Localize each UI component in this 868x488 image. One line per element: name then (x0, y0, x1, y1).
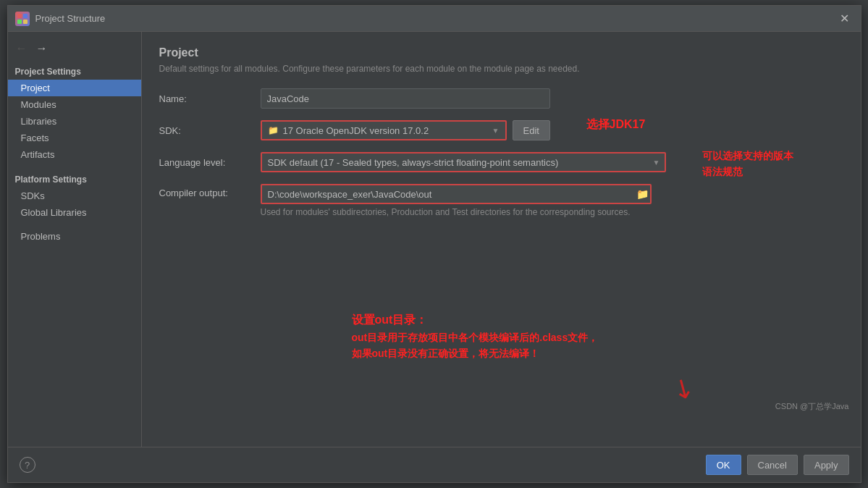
lang-select[interactable]: SDK default (17 - Sealed types, always-s… (261, 152, 666, 172)
sidebar-item-sdks[interactable]: SDKs (8, 188, 141, 204)
svg-rect-2 (17, 20, 22, 24)
sidebar-item-global-libraries[interactable]: Global Libraries (8, 204, 141, 221)
main-panel: Project Default settings for all modules… (142, 32, 861, 447)
cancel-button[interactable]: Cancel (747, 455, 798, 475)
bottom-bar-left: ? (20, 457, 35, 473)
sdk-icon: 📁 (268, 125, 279, 135)
compiler-annotation-line1: out目录用于存放项目中各个模块编译后的.class文件， (352, 329, 599, 345)
lang-row: Language level: SDK default (17 - Sealed… (159, 152, 843, 172)
sidebar-item-problems[interactable]: Problems (8, 228, 141, 245)
forward-button[interactable]: → (34, 41, 50, 56)
compiler-annotation-line2: 如果out目录没有正确设置，将无法编译！ (352, 345, 599, 361)
sidebar-item-facets[interactable]: Facets (8, 130, 141, 146)
sdk-controls: 📁 17 Oracle OpenJDK version 17.0.2 ▼ Edi… (261, 120, 843, 140)
sidebar-item-project[interactable]: Project (8, 80, 141, 96)
help-button[interactable]: ? (20, 457, 35, 473)
sdk-select[interactable]: 📁 17 Oracle OpenJDK version 17.0.2 ▼ (261, 120, 507, 140)
compiler-annotation: 设置out目录： out目录用于存放项目中各个模块编译后的.class文件， 如… (352, 311, 599, 361)
dialog-content: ← → Project Settings Project Modules Lib… (8, 32, 861, 447)
close-button[interactable]: ✕ (836, 10, 854, 28)
title-bar: Project Structure ✕ (8, 6, 861, 32)
nav-bar: ← → (8, 38, 141, 62)
compiler-label: Compiler output: (159, 184, 261, 198)
compiler-input-wrapper: 📁 (261, 184, 652, 204)
lang-annotation: 可以选择支持的版本 语法规范 (702, 148, 793, 180)
sdk-label: SDK: (159, 125, 261, 136)
panel-title: Project (159, 46, 843, 59)
compiler-annotation-title: 设置out目录： (352, 311, 599, 329)
sidebar-item-artifacts[interactable]: Artifacts (8, 146, 141, 163)
sdk-dropdown-chevron: ▼ (492, 127, 500, 135)
compiler-output-input[interactable] (261, 184, 652, 204)
name-label: Name: (159, 93, 261, 104)
browse-button[interactable]: 📁 (636, 188, 649, 200)
app-icon (15, 12, 30, 26)
platform-settings-header: Platform Settings (8, 170, 141, 188)
back-button[interactable]: ← (14, 41, 30, 56)
sdk-value: 17 Oracle OpenJDK version 17.0.2 (283, 125, 429, 136)
sidebar: ← → Project Settings Project Modules Lib… (8, 32, 142, 447)
annotation-arrow: ↘ (666, 369, 700, 406)
compiler-input-row: 📁 (261, 184, 843, 204)
apply-button[interactable]: Apply (804, 455, 849, 475)
sdk-annotation: 选择JDK17 (586, 117, 646, 132)
compiler-field-container: 📁 Used for modules' subdirectories, Prod… (261, 184, 843, 217)
lang-label: Language level: (159, 157, 261, 168)
bottom-bar-right: OK Cancel Apply (706, 455, 849, 475)
panel-description: Default settings for all modules. Config… (159, 64, 843, 74)
compiler-row: Compiler output: 📁 Used for modules' sub… (159, 184, 843, 217)
sdk-row: SDK: 📁 17 Oracle OpenJDK version 17.0.2 … (159, 120, 843, 140)
name-field-wrapper (261, 88, 550, 109)
svg-rect-3 (23, 20, 28, 24)
project-structure-dialog: Project Structure ✕ ← → Project Settings… (7, 5, 861, 483)
sidebar-item-libraries[interactable]: Libraries (8, 113, 141, 130)
dialog-title: Project Structure (35, 13, 836, 24)
name-input[interactable] (261, 88, 550, 109)
watermark: CSDN @丁总学Java (775, 401, 849, 412)
lang-select-wrapper: SDK default (17 - Sealed types, always-s… (261, 152, 666, 172)
sidebar-item-modules[interactable]: Modules (8, 96, 141, 113)
svg-rect-0 (17, 14, 22, 18)
bottom-bar: ? OK Cancel Apply (8, 447, 861, 482)
svg-rect-1 (23, 14, 28, 18)
ok-button[interactable]: OK (706, 455, 741, 475)
compiler-hint: Used for modules' subdirectories, Produc… (261, 207, 843, 217)
name-row: Name: (159, 88, 843, 109)
edit-button[interactable]: Edit (513, 120, 550, 140)
project-settings-header: Project Settings (8, 62, 141, 80)
